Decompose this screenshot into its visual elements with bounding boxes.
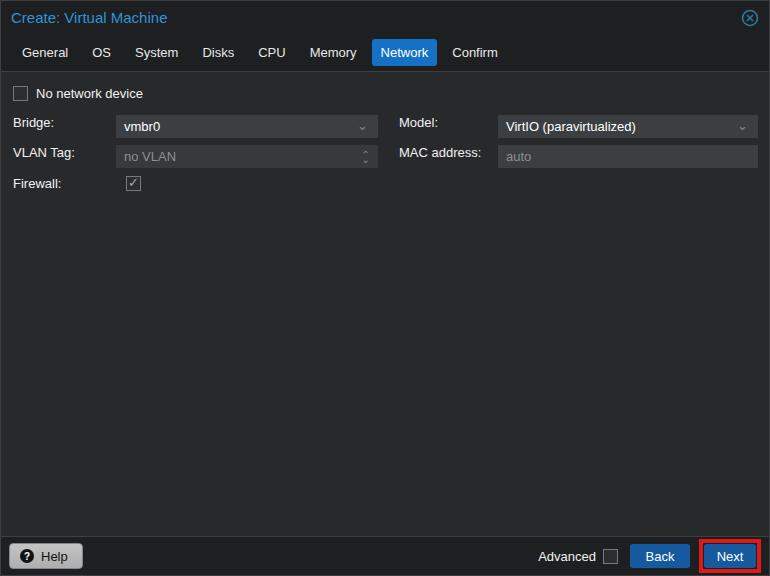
tab-memory[interactable]: Memory xyxy=(301,39,366,66)
firewall-checkbox[interactable]: ✓ xyxy=(126,176,141,191)
chevron-down-icon[interactable]: ⌄ xyxy=(737,123,748,130)
dialog-footer: ? Help Advanced ✓ Back Next xyxy=(1,536,769,575)
tab-confirm[interactable]: Confirm xyxy=(443,39,507,66)
no-network-device-label: No network device xyxy=(36,86,143,101)
annotation-highlight-box: Next xyxy=(699,539,761,573)
vlan-tag-spinner-field: no VLAN ⌃ ⌄ xyxy=(116,145,378,168)
network-tab-panel: ✓ No network device Bridge: vmbr0 ⌄ Mode… xyxy=(1,73,769,536)
bridge-value: vmbr0 xyxy=(124,119,357,134)
next-button[interactable]: Next xyxy=(704,544,756,568)
tab-cpu[interactable]: CPU xyxy=(249,39,294,66)
tab-general[interactable]: General xyxy=(13,39,77,66)
model-value: VirtIO (paravirtualized) xyxy=(506,119,737,134)
advanced-checkbox[interactable]: ✓ xyxy=(603,549,618,564)
bridge-combobox[interactable]: vmbr0 ⌄ xyxy=(116,115,378,138)
vlan-tag-label: VLAN Tag: xyxy=(13,145,75,160)
spinner-arrows-icon: ⌃ ⌄ xyxy=(362,152,370,162)
bridge-label: Bridge: xyxy=(13,115,54,130)
check-icon: ✓ xyxy=(128,176,139,189)
tab-disks[interactable]: Disks xyxy=(193,39,243,66)
help-button-label: Help xyxy=(41,549,68,564)
tab-system[interactable]: System xyxy=(126,39,187,66)
model-label: Model: xyxy=(399,115,438,130)
help-button[interactable]: ? Help xyxy=(9,543,83,569)
dialog-titlebar: Create: Virtual Machine xyxy=(1,1,769,34)
close-icon[interactable] xyxy=(741,9,759,27)
tab-os[interactable]: OS xyxy=(83,39,120,66)
mac-address-input[interactable] xyxy=(498,145,758,168)
tab-network[interactable]: Network xyxy=(372,39,438,66)
vlan-tag-placeholder: no VLAN xyxy=(124,149,362,164)
no-network-device-checkbox[interactable]: ✓ xyxy=(13,86,28,101)
tab-bar: General OS System Disks CPU Memory Netwo… xyxy=(1,34,769,72)
back-button[interactable]: Back xyxy=(630,544,690,568)
model-combobox[interactable]: VirtIO (paravirtualized) ⌄ xyxy=(498,115,758,138)
question-mark-icon: ? xyxy=(20,549,34,563)
mac-address-label: MAC address: xyxy=(399,145,481,160)
chevron-down-icon[interactable]: ⌄ xyxy=(357,123,368,130)
dialog-title: Create: Virtual Machine xyxy=(11,9,167,26)
firewall-label: Firewall: xyxy=(13,176,61,191)
advanced-label: Advanced xyxy=(538,549,596,564)
create-vm-dialog: Create: Virtual Machine General OS Syste… xyxy=(0,0,770,576)
